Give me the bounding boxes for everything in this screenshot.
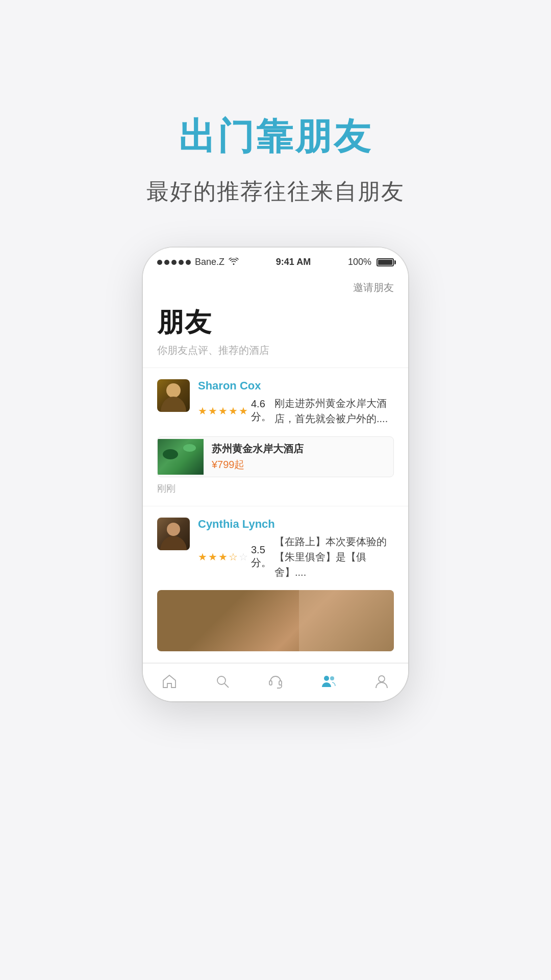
wifi-icon bbox=[229, 257, 239, 267]
hotel-photo-2 bbox=[157, 590, 394, 651]
svg-line-1 bbox=[224, 683, 229, 688]
headline-title: 出门靠朋友 bbox=[146, 112, 405, 161]
status-right: 100% bbox=[348, 257, 394, 267]
rating-score-1: 4.6分。 bbox=[251, 398, 271, 424]
feed-item-1-timestamp: 刚刚 bbox=[157, 482, 394, 495]
svg-rect-3 bbox=[279, 681, 282, 685]
hotel-info-1: 苏州黄金水岸大酒店 ¥799起 bbox=[204, 437, 393, 477]
tab-search[interactable] bbox=[213, 672, 232, 691]
page-title-section: 朋友 你朋友点评、推荐的酒店 bbox=[143, 300, 408, 368]
status-left: Bane.Z bbox=[157, 257, 239, 267]
stars-1: ★ ★ ★ ★ ★ bbox=[198, 405, 248, 417]
tab-profile[interactable] bbox=[372, 672, 391, 691]
avatar-sharon bbox=[157, 379, 190, 412]
feed-item-2-header: Cynthia Lynch ★ ★ ★ ☆ ☆ 3.5分。 bbox=[157, 518, 394, 583]
signal-dot-4 bbox=[179, 260, 184, 265]
tab-friends[interactable] bbox=[319, 672, 338, 691]
rating-row-2: ★ ★ ★ ☆ ☆ 3.5分。 【在路上】本次要体验的【朱里俱舍】是【俱舍】..… bbox=[198, 534, 394, 580]
star-2-1: ★ bbox=[198, 551, 207, 563]
hotel-card-1[interactable]: 苏州黄金水岸大酒店 ¥799起 bbox=[157, 436, 394, 477]
feed-item-2: Cynthia Lynch ★ ★ ★ ☆ ☆ 3.5分。 bbox=[143, 506, 408, 663]
app-content: 邀请朋友 朋友 你朋友点评、推荐的酒店 Sharon Cox bbox=[143, 273, 408, 663]
review-preview-1: 刚走进苏州黄金水岸大酒店，首先就会被户外的.... bbox=[274, 396, 394, 426]
star-1-2: ★ bbox=[208, 405, 217, 417]
signal-dot-5 bbox=[186, 260, 191, 265]
tab-bar bbox=[143, 663, 408, 701]
star-2-4: ☆ bbox=[229, 551, 238, 563]
review-preview-2: 【在路上】本次要体验的【朱里俱舍】是【俱舍】.... bbox=[274, 534, 394, 580]
headline-subtitle: 最好的推荐往往来自朋友 bbox=[146, 177, 405, 207]
svg-point-0 bbox=[217, 676, 226, 684]
feed-item-2-body: Cynthia Lynch ★ ★ ★ ☆ ☆ 3.5分。 bbox=[198, 518, 394, 583]
tab-home[interactable] bbox=[160, 672, 179, 691]
rating-score-2: 3.5分。 bbox=[251, 544, 271, 570]
svg-point-4 bbox=[324, 676, 329, 681]
svg-point-6 bbox=[379, 676, 385, 682]
user-name-cynthia[interactable]: Cynthia Lynch bbox=[198, 518, 394, 531]
headline-section: 出门靠朋友 最好的推荐往往来自朋友 bbox=[146, 112, 405, 207]
page-wrapper: 出门靠朋友 最好的推荐往往来自朋友 Bane.Z bbox=[0, 0, 551, 980]
signal-dots bbox=[157, 260, 191, 265]
phone-frame: Bane.Z 9:41 AM 100% bbox=[143, 248, 408, 701]
rating-row-1: ★ ★ ★ ★ ★ 4.6分。 刚走进苏州黄金水岸大酒店，首先就会被户外的...… bbox=[198, 396, 394, 426]
signal-dot-1 bbox=[157, 260, 162, 265]
feed-item-1-header: Sharon Cox ★ ★ ★ ★ ★ 4.6分。 刚走 bbox=[157, 379, 394, 429]
carrier-name: Bane.Z bbox=[195, 257, 224, 267]
app-header: 邀请朋友 bbox=[143, 273, 408, 300]
battery-percent: 100% bbox=[348, 257, 371, 267]
search-icon bbox=[213, 672, 232, 691]
star-1-4: ★ bbox=[229, 405, 238, 417]
home-icon bbox=[160, 672, 179, 691]
star-2-5: ☆ bbox=[239, 551, 248, 563]
status-time: 9:41 AM bbox=[276, 257, 311, 267]
feed-list: Sharon Cox ★ ★ ★ ★ ★ 4.6分。 刚走 bbox=[143, 368, 408, 663]
star-1-5: ★ bbox=[239, 405, 248, 417]
hotel-price-1: ¥799起 bbox=[212, 458, 385, 472]
feed-item-1-body: Sharon Cox ★ ★ ★ ★ ★ 4.6分。 刚走 bbox=[198, 379, 394, 429]
stars-2: ★ ★ ★ ☆ ☆ bbox=[198, 551, 248, 563]
headset-icon bbox=[266, 672, 285, 691]
page-title: 朋友 bbox=[157, 305, 394, 340]
profile-icon bbox=[372, 672, 391, 691]
hotel-name-1: 苏州黄金水岸大酒店 bbox=[212, 442, 385, 456]
feed-item-1: Sharon Cox ★ ★ ★ ★ ★ 4.6分。 刚走 bbox=[143, 368, 408, 506]
invite-friends-button[interactable]: 邀请朋友 bbox=[353, 281, 394, 295]
friends-icon bbox=[319, 672, 338, 691]
user-name-sharon[interactable]: Sharon Cox bbox=[198, 379, 394, 393]
tab-support[interactable] bbox=[266, 672, 285, 691]
page-subtitle: 你朋友点评、推荐的酒店 bbox=[157, 344, 394, 357]
signal-dot-2 bbox=[164, 260, 169, 265]
star-2-3: ★ bbox=[218, 551, 228, 563]
star-2-2: ★ bbox=[208, 551, 217, 563]
hotel-image-1 bbox=[158, 439, 204, 475]
status-bar: Bane.Z 9:41 AM 100% bbox=[143, 248, 408, 273]
svg-point-5 bbox=[330, 676, 334, 680]
star-1-3: ★ bbox=[218, 405, 228, 417]
avatar-cynthia bbox=[157, 518, 190, 550]
battery-icon bbox=[375, 258, 394, 266]
star-1-1: ★ bbox=[198, 405, 207, 417]
signal-dot-3 bbox=[171, 260, 177, 265]
svg-rect-2 bbox=[269, 681, 272, 685]
